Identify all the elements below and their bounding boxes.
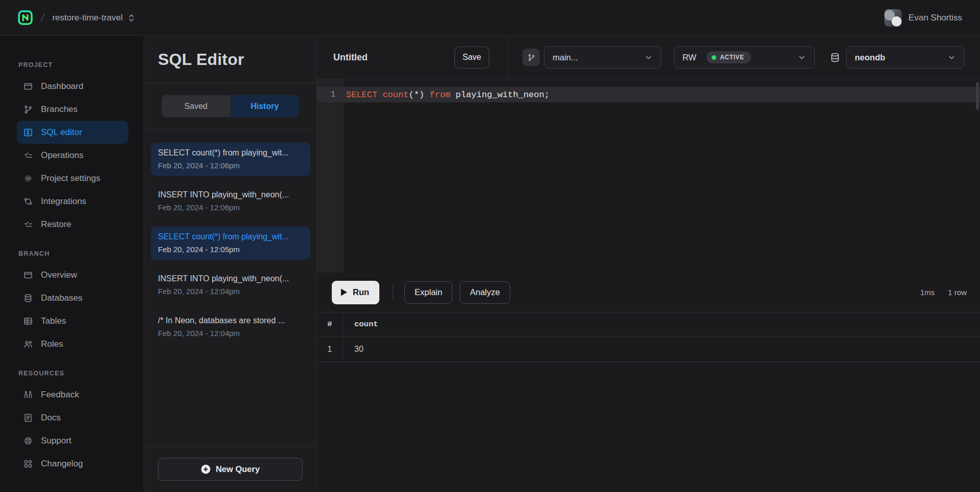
status-badge: ACTIVE [706, 51, 751, 63]
chevron-down-icon [947, 53, 956, 62]
branch-icon-button[interactable] [522, 49, 540, 66]
sidebar-item-label: Changelog [41, 459, 83, 469]
integrations-icon [23, 196, 33, 207]
history-query: /* In Neon, databases are stored ... [158, 316, 303, 325]
database-select[interactable]: neondb [846, 46, 965, 69]
play-icon [340, 288, 348, 297]
sidebar-item-databases[interactable]: Databases [17, 286, 128, 309]
neon-logo-icon[interactable] [18, 10, 33, 25]
compute-select[interactable]: RW ACTIVE [674, 46, 815, 69]
page-title: SQL Editor [158, 50, 244, 69]
code-line[interactable]: SELECT count(*) from playing_with_neon; [335, 90, 550, 100]
sql-editor-icon [23, 127, 33, 138]
history-date: Feb 20, 2024 - 12:06pm [158, 203, 303, 212]
sidebar-item-tables[interactable]: Tables [17, 309, 128, 332]
history-query: SELECT count(*) from playing_wit... [158, 148, 303, 158]
row-index-cell: 1 [317, 337, 343, 362]
sidebar-item-label: Feedback [41, 390, 79, 400]
history-item[interactable]: SELECT count(*) from playing_wit... Feb … [151, 143, 310, 176]
status-dot-icon [712, 55, 716, 60]
history-item[interactable]: INSERT INTO playing_with_neon(... Feb 20… [151, 185, 310, 218]
save-button[interactable]: Save [454, 47, 489, 69]
sidebar-item-label: Support [41, 436, 72, 446]
section-label-resources: RESOURCES [18, 370, 144, 377]
topbar: / restore-time-travel Evan Shortiss [0, 0, 980, 36]
results-table: # count 1 30 [317, 312, 980, 492]
column-header-count: count [343, 320, 378, 329]
explain-button[interactable]: Explain [404, 281, 452, 304]
section-label-project: PROJECT [18, 61, 144, 69]
sql-identifier: playing_with_neon; [455, 90, 550, 100]
sidebar-item-support[interactable]: Support [17, 429, 128, 452]
compute-select-value: RW [682, 53, 696, 62]
history-query: INSERT INTO playing_with_neon(... [158, 274, 303, 283]
new-query-button[interactable]: New Query [158, 458, 303, 481]
sidebar-item-restore[interactable]: Restore [17, 213, 128, 236]
history-query: INSERT INTO playing_with_neon(... [158, 190, 303, 199]
project-switcher-icon[interactable] [128, 14, 135, 22]
sql-editor-panel: SQL Editor Saved History SELECT count(*)… [144, 36, 317, 492]
analyze-button[interactable]: Analyze [460, 281, 510, 304]
editor-active-line[interactable]: 1 SELECT count(*) from playing_with_neon… [317, 87, 980, 102]
changelog-icon [23, 459, 33, 469]
sidebar-item-project-settings[interactable]: Project settings [17, 167, 128, 190]
tab-history[interactable]: History [231, 95, 300, 117]
status-text: ACTIVE [720, 54, 744, 61]
scrollbar-thumb[interactable] [976, 82, 979, 110]
sidebar-item-label: Branches [41, 104, 78, 115]
history-date: Feb 20, 2024 - 12:06pm [158, 161, 303, 170]
sidebar-item-docs[interactable]: Docs [17, 406, 128, 429]
branch-select-value: main... [553, 53, 578, 62]
sidebar-item-feedback[interactable]: Feedback [17, 383, 128, 406]
life-buoy-icon [23, 436, 33, 446]
sidebar-item-label: Integrations [41, 196, 86, 207]
docs-icon [23, 413, 33, 423]
table-row[interactable]: 1 30 [317, 337, 980, 362]
sidebar-item-overview[interactable]: Overview [17, 263, 128, 286]
code-editor[interactable]: 1 SELECT count(*) from playing_with_neon… [317, 79, 980, 273]
table-icon [23, 316, 33, 326]
history-item[interactable]: SELECT count(*) from playing_wit... Feb … [151, 227, 310, 260]
database-select-value: neondb [855, 53, 885, 62]
query-title[interactable]: Untitled [333, 52, 368, 63]
query-row-count: 1 row [948, 288, 967, 297]
history-query: SELECT count(*) from playing_wit... [158, 232, 303, 241]
history-item[interactable]: /* In Neon, databases are stored ... Feb… [151, 310, 310, 344]
sidebar-item-dashboard[interactable]: Dashboard [17, 75, 128, 98]
run-toolbar: Run Explain Analyze 1ms 1 row [317, 273, 980, 312]
breadcrumb-separator: / [39, 11, 45, 25]
chevron-down-icon [644, 53, 653, 62]
database-icon [23, 293, 33, 303]
history-item[interactable]: INSERT INTO playing_with_neon(... Feb 20… [151, 269, 310, 302]
sidebar-item-sql-editor[interactable]: SQL editor [17, 121, 128, 144]
sql-punctuation: (*) [408, 90, 424, 100]
editor-gutter [317, 79, 344, 273]
sidebar-item-label: Roles [41, 339, 63, 349]
new-query-label: New Query [216, 464, 260, 474]
sidebar-item-roles[interactable]: Roles [17, 332, 128, 355]
run-button[interactable]: Run [332, 281, 379, 304]
users-icon [23, 339, 33, 349]
feedback-icon [23, 390, 33, 400]
main-area: Untitled Save main... RW [317, 36, 980, 492]
history-date: Feb 20, 2024 - 12:04pm [158, 287, 303, 296]
avatar[interactable] [884, 9, 902, 27]
sidebar-item-label: Databases [41, 293, 82, 303]
sidebar-item-label: Restore [41, 219, 72, 230]
sidebar-item-operations[interactable]: Operations [17, 144, 128, 167]
breadcrumb-project-name[interactable]: restore-time-travel [52, 13, 123, 23]
chevron-down-icon [797, 53, 806, 62]
sidebar-item-integrations[interactable]: Integrations [17, 190, 128, 213]
sidebar-item-changelog[interactable]: Changelog [17, 452, 128, 475]
sidebar-item-label: Dashboard [41, 81, 83, 92]
tab-saved[interactable]: Saved [162, 95, 231, 117]
plus-circle-icon [201, 464, 211, 474]
user-name[interactable]: Evan Shortiss [908, 13, 962, 23]
run-label: Run [353, 287, 369, 297]
column-header-index: # [317, 312, 343, 336]
overview-icon [23, 270, 33, 280]
sidebar-item-branches[interactable]: Branches [17, 98, 128, 121]
saved-history-tabs: Saved History [162, 95, 299, 117]
branch-select[interactable]: main... [544, 46, 662, 69]
restore-icon [23, 219, 33, 230]
